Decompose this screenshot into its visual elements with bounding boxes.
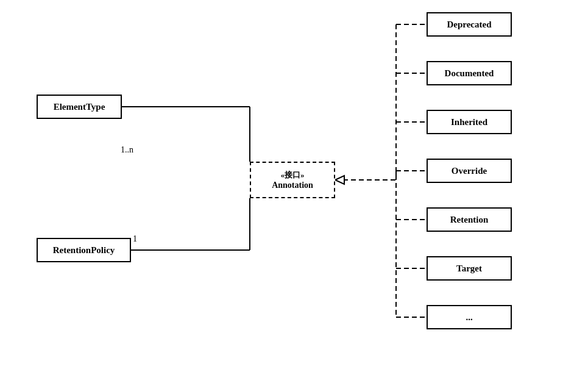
svg-marker-14 <box>335 176 344 184</box>
retention-label: Retention <box>450 215 489 225</box>
elementtype-box: ElementType <box>37 95 122 119</box>
deprecated-label: Deprecated <box>447 20 491 30</box>
documented-box: Documented <box>427 61 512 85</box>
retention-box: Retention <box>427 207 512 232</box>
override-box: Override <box>427 159 512 183</box>
inherited-box: Inherited <box>427 110 512 134</box>
target-label: Target <box>456 263 482 274</box>
multiplicity-1: 1 <box>133 234 137 244</box>
dots-box: ... <box>427 305 512 329</box>
override-label: Override <box>452 166 487 176</box>
multiplicity-1n: 1..n <box>121 145 133 155</box>
annotation-label: Annotation <box>272 181 313 190</box>
deprecated-box: Deprecated <box>427 12 512 37</box>
retentionpolicy-box: RetentionPolicy <box>37 238 131 262</box>
annotation-stereotype: «接口» <box>281 170 305 181</box>
retentionpolicy-label: RetentionPolicy <box>53 245 115 256</box>
annotation-box: «接口» Annotation <box>250 162 335 198</box>
dots-label: ... <box>466 312 472 323</box>
documented-label: Documented <box>445 68 494 79</box>
elementtype-label: ElementType <box>54 102 105 112</box>
uml-diagram: ElementType RetentionPolicy «接口» Annotat… <box>0 0 588 369</box>
target-box: Target <box>427 256 512 281</box>
inherited-label: Inherited <box>451 117 487 127</box>
